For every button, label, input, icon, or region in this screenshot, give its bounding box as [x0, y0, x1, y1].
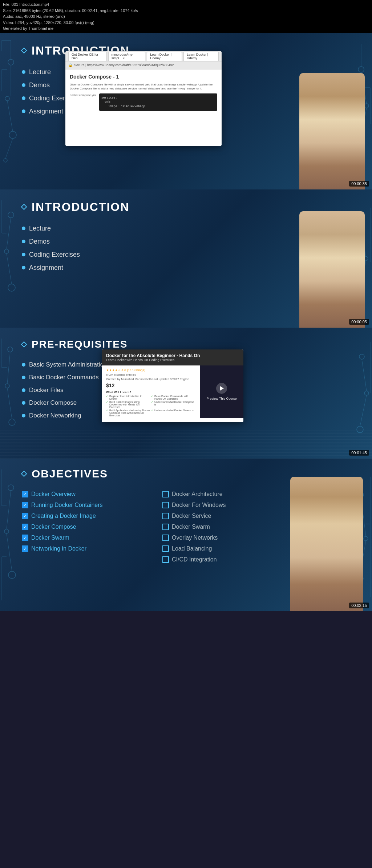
course-overlay: Docker for the Absolute Beginner - Hands… — [102, 349, 243, 422]
learn-item-6: Understand what Docker Swarm is — [151, 409, 195, 417]
browser-tab-1: Get Docker CE for Deb... — [68, 52, 107, 61]
checkbox-docker-compose — [22, 524, 28, 530]
browser-tab-4: Learn Docker | Udemy — [183, 52, 219, 61]
bullet-dot — [22, 388, 25, 392]
presenter-figure-4 — [290, 477, 363, 611]
slide-2: INTRODUCTION Lecture Demos Coding Exerci… — [0, 189, 372, 328]
checkbox-load-balancing — [162, 545, 169, 552]
bullet-dot — [22, 414, 25, 417]
bullet-dot — [22, 83, 25, 87]
svg-point-47 — [4, 529, 9, 533]
slide-2-content: INTRODUCTION Lecture Demos Coding Exerci… — [22, 200, 299, 277]
code-filename: docker.compose.yml — [70, 93, 96, 111]
learn-items: Beginner level introduction to Docker Ba… — [106, 395, 195, 417]
browser-tab-3: Learn Docker | Udemy — [147, 52, 182, 61]
checkbox-overlay-networks — [162, 535, 169, 541]
learn-item-1: Beginner level introduction to Docker — [106, 395, 150, 400]
circuit-left-4 — [0, 459, 20, 611]
slide-4: OBJECTIVES Docker Overview Running Docke… — [0, 459, 372, 611]
learn-item-3: Build Docker Images using Dockerfiles wi… — [106, 401, 150, 408]
objectives-grid: Docker Overview Running Docker Container… — [22, 491, 292, 563]
obj-docker-arch: Docker Architecture — [162, 491, 292, 497]
obj-docker-swarm-unchecked: Docker Swarm — [162, 524, 292, 530]
bullet-dot — [22, 227, 25, 230]
title-diamond-icon-3 — [21, 341, 27, 347]
obj-docker-swarm-checked: Docker Swarm — [22, 535, 151, 541]
bullet-dot — [22, 70, 25, 74]
course-students: 6,004 students enrolled — [106, 373, 195, 376]
browser-overlay-1: Get Docker CE for Deb... mmorobas/my-sim… — [65, 51, 222, 146]
slide-2-title: INTRODUCTION — [22, 200, 299, 214]
svg-line-43 — [362, 359, 367, 391]
preview-label: Preview This Course — [207, 397, 237, 400]
browser-tab-2: mmorobas/my-simpl... × — [108, 52, 145, 61]
circuit-left-2 — [0, 189, 20, 328]
svg-point-2 — [9, 131, 16, 139]
obj-docker-overview: Docker Overview — [22, 491, 151, 497]
svg-point-48 — [8, 571, 16, 579]
learn-item-4: Understand what Docker Compose is — [151, 401, 195, 408]
presenter-2 — [292, 200, 372, 328]
learn-section: What Will I Learn? — [106, 391, 195, 394]
course-title: Docker for the Absolute Beginner - Hands… — [106, 353, 239, 358]
code-area: docker.compose.yml services: web: image:… — [70, 93, 217, 111]
bullet-dot — [22, 109, 25, 113]
browser-body: Docker Compose - 1 Given a Docker Compos… — [65, 69, 222, 146]
svg-point-3 — [4, 159, 7, 162]
course-price: $12 — [106, 383, 195, 388]
scan-lines-3 — [0, 429, 372, 459]
timestamp-2: 00:00:05 — [349, 319, 369, 325]
title-diamond-icon-4 — [21, 471, 27, 477]
slide-4-content: OBJECTIVES Docker Overview Running Docke… — [22, 468, 292, 563]
slide-1: INTRODUCTION Lecture Demos Coding Exerci… — [0, 33, 372, 189]
bullet-dot — [22, 376, 25, 379]
course-info: ★★★★☆ 4.6 (116 ratings) 6,004 students e… — [102, 365, 200, 418]
presenter-4 — [281, 473, 372, 611]
bullet-dot — [22, 401, 25, 405]
file-video: Video: h264, yuv420p, 1280x720, 30.00 fp… — [3, 20, 369, 26]
checkbox-networking — [22, 545, 28, 552]
svg-line-23 — [7, 218, 11, 249]
svg-line-36 — [7, 352, 10, 384]
course-header: Docker for the Absolute Beginner - Hands… — [102, 349, 243, 365]
overlay-title: Docker Compose - 1 — [70, 74, 217, 80]
bullet-lecture-2: Lecture — [22, 225, 299, 232]
bullet-dot — [22, 240, 25, 243]
svg-line-49 — [7, 491, 11, 529]
obj-running-containers: Running Docker Containers — [22, 502, 151, 508]
svg-point-35 — [9, 419, 15, 425]
presenter-figure-1 — [299, 73, 365, 189]
svg-line-24 — [7, 253, 12, 284]
obj-col-2: Docker Architecture Docker For Windows D… — [162, 491, 292, 563]
circuit-left-1 — [0, 33, 20, 189]
slide-4-title: OBJECTIVES — [22, 468, 292, 480]
file-info-bar: File: 001 Introduction.mp4 Size: 2161886… — [0, 0, 372, 33]
svg-point-34 — [5, 384, 9, 388]
bullet-coding-2: Coding Exercises — [22, 251, 299, 259]
course-rating: ★★★★☆ 4.6 (116 ratings) — [106, 368, 195, 372]
svg-point-20 — [8, 212, 14, 218]
checkbox-running-containers — [22, 502, 28, 508]
timestamp-4: 00:02:15 — [349, 603, 369, 608]
overlay-desc: Given a Docker Compose file with a singl… — [70, 83, 217, 91]
obj-creating-image: Creating a Docker Image — [22, 513, 151, 519]
title-diamond-icon — [21, 48, 27, 54]
course-body: ★★★★☆ 4.6 (116 ratings) 6,004 students e… — [102, 365, 243, 418]
svg-point-41 — [364, 391, 369, 395]
file-audio: Audio: aac, 48000 Hz, stereo (und) — [3, 13, 369, 20]
learn-item-5: Build Application stack using Docker Com… — [106, 409, 150, 417]
obj-docker-service: Docker Service — [162, 513, 292, 519]
bullet-dot — [22, 253, 25, 256]
checkbox-cicd — [162, 556, 169, 563]
course-creator: Created by Mumshad Mannambeth Last updat… — [106, 377, 195, 381]
checkbox-docker-swarm-2 — [162, 524, 169, 530]
play-triangle-icon — [220, 386, 224, 391]
slide-3: PRE-REQUISITES Basic System Administrati… — [0, 328, 372, 459]
learn-item-2: Basic Docker Commands with Hands-On Exer… — [151, 395, 195, 400]
obj-networking-checked: Networking in Docker — [22, 545, 151, 552]
file-size: Size: 21618863 bytes (20.62 MiB), durati… — [3, 8, 369, 14]
svg-point-46 — [8, 485, 14, 491]
svg-point-0 — [8, 59, 14, 65]
course-subtitle: Learn Docker with Hands On Coding Exerci… — [106, 358, 239, 362]
browser-addressbar: 🔒 Secure | https://www.udemy.com/draft/1… — [65, 61, 222, 69]
